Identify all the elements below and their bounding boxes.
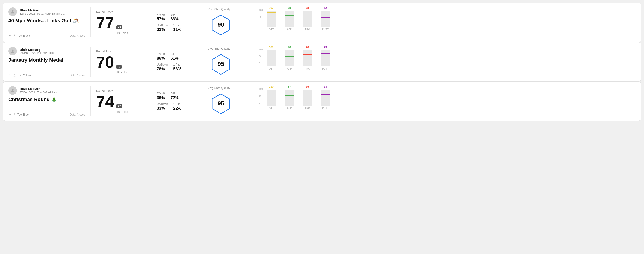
- score-diff-2: -2: [116, 65, 122, 69]
- updown-value-2: 78%: [157, 67, 168, 71]
- round-card-2: Blair McHarg 29 Jan 2022 · Mill Ride GCC…: [3, 42, 641, 82]
- hexagon-container-1: 90: [208, 13, 233, 37]
- quality-label-3: Avg Shot Quality: [208, 86, 230, 90]
- bar-wrapper-ott: [267, 11, 276, 27]
- score-number-2: 70: [96, 54, 114, 70]
- divider-right-1: [203, 7, 203, 37]
- gir-value-3: 72%: [170, 96, 179, 100]
- player-name-3: Blair McHarg: [20, 87, 56, 91]
- one-putt-stat-2: 1 Putt 56%: [173, 63, 181, 71]
- avatar-2: [8, 47, 17, 55]
- bar-value-app: 86: [288, 46, 291, 49]
- quality-chart-container-1: Avg Shot Quality 90 100 50 0: [208, 7, 636, 37]
- one-putt-value-1: 11%: [173, 27, 181, 32]
- chart-section: 100 50 0 101 OTT 86: [257, 48, 636, 75]
- updown-label-3: Up/Down: [157, 103, 168, 106]
- bar-wrapper-app: [285, 11, 294, 27]
- player-meta-2: 29 Jan 2022 · Mill Ride GCC: [20, 52, 54, 55]
- gir-label-3: GIR: [170, 92, 179, 95]
- bar-wrapper-putt: [321, 90, 330, 106]
- stats-row-bottom-2: Up/Down 78% 1 Putt 56%: [157, 63, 197, 71]
- updown-value-3: 33%: [157, 106, 168, 111]
- updown-value-1: 33%: [157, 27, 168, 32]
- player-meta-1: 12 Feb 2022 · Royal North Devon GC: [20, 12, 65, 15]
- score-row-1: 77 +5 18 Holes: [96, 15, 146, 35]
- left-section-3: Blair McHarg 27 Dec 2021 · The Oxfordshi…: [8, 86, 85, 116]
- tee-info-1: Tee: Black: [8, 34, 30, 37]
- bar-value-ott: 110: [269, 85, 274, 88]
- player-name-1: Blair McHarg: [20, 8, 65, 12]
- chart-section: 100 50 0 110 OTT 87: [257, 88, 636, 115]
- one-putt-value-2: 56%: [173, 67, 181, 71]
- score-row-2: 70 -2 18 Holes: [96, 54, 146, 74]
- svg-point-3: [12, 50, 13, 51]
- bar-value-putt: 93: [324, 85, 327, 88]
- bottom-info-3: Tee: Blue Data: Arccos: [8, 113, 85, 116]
- score-holes-2: 18 Holes: [116, 71, 128, 74]
- bar-wrapper-arg: [303, 90, 312, 106]
- player-name-2: Blair McHarg: [20, 48, 54, 52]
- one-putt-stat-1: 1 Putt 11%: [173, 24, 181, 32]
- stats-section-1: FW Hit 57% GIR 83% Up/Down 33% 1 Putt: [157, 7, 197, 37]
- bar-axis-label-ott: OTT: [264, 107, 278, 110]
- weather-icon-1: [8, 34, 12, 37]
- left-section-2: Blair McHarg 29 Jan 2022 · Mill Ride GCC…: [8, 47, 85, 77]
- stats-section-3: FW Hit 36% GIR 72% Up/Down 33% 1 Putt: [157, 86, 197, 116]
- weather-icon-3: [8, 113, 12, 116]
- bar-value-app: 95: [288, 6, 291, 9]
- score-section-3: Round Score 74 +2 18 Holes: [96, 86, 146, 116]
- quality-label-2: Avg Shot Quality: [208, 47, 230, 50]
- bar-wrapper-arg: [303, 11, 312, 27]
- bar-col-putt: 99 PUTT: [319, 46, 332, 70]
- bar-value-arg: 95: [306, 85, 309, 88]
- updown-label-1: Up/Down: [157, 24, 168, 27]
- score-badge-col-1: +5 18 Holes: [116, 25, 128, 35]
- stats-row-top-3: FW Hit 36% GIR 72%: [157, 92, 197, 100]
- fw-hit-stat-3: FW Hit 36%: [157, 92, 165, 100]
- score-section-2: Round Score 70 -2 18 Holes: [96, 47, 146, 77]
- bar-axis-label-arg: ARG: [301, 28, 314, 31]
- player-info-3: Blair McHarg 27 Dec 2021 · The Oxfordshi…: [8, 86, 85, 95]
- round-title-3: Christmas Round 🎄: [8, 97, 85, 103]
- gir-label-2: GIR: [170, 52, 179, 56]
- bar-wrapper-ott: [267, 50, 276, 66]
- data-source-1: Data: Arccos: [70, 34, 85, 37]
- fw-hit-value-3: 36%: [157, 96, 165, 100]
- bar-axis-label-putt: PUTT: [319, 107, 332, 110]
- fw-hit-value-2: 86%: [157, 56, 165, 61]
- tee-info-3: Tee: Blue: [8, 113, 29, 116]
- one-putt-label-3: 1 Putt: [173, 103, 181, 106]
- bar-axis-label-putt: PUTT: [319, 67, 332, 70]
- updown-stat-3: Up/Down 33%: [157, 103, 168, 111]
- round-card-1: Blair McHarg 12 Feb 2022 · Royal North D…: [3, 3, 641, 42]
- bar-axis-label-putt: PUTT: [319, 28, 332, 31]
- score-badge-col-3: +2 18 Holes: [116, 104, 128, 114]
- score-section-1: Round Score 77 +5 18 Holes: [96, 7, 146, 37]
- tee-icon-2: [13, 74, 16, 77]
- fw-hit-value-1: 57%: [157, 17, 165, 21]
- avatar-3: [8, 86, 17, 95]
- stats-row-top-2: FW Hit 86% GIR 61%: [157, 52, 197, 61]
- bar-chart: 107 OTT 95 APP 98: [264, 9, 332, 36]
- svg-point-6: [12, 89, 13, 91]
- score-badge-col-2: -2 18 Holes: [116, 65, 128, 74]
- stats-row-top-1: FW Hit 57% GIR 83%: [157, 13, 197, 21]
- player-info-1: Blair McHarg 12 Feb 2022 · Royal North D…: [8, 7, 85, 16]
- score-row-3: 74 +2 18 Holes: [96, 94, 146, 114]
- score-holes-1: 18 Holes: [116, 31, 128, 35]
- bar-axis-label-ott: OTT: [264, 67, 278, 70]
- quality-chart-container-3: Avg Shot Quality 95 100 50 0: [208, 86, 636, 116]
- bar-axis-label-arg: ARG: [301, 107, 314, 110]
- weather-icon-2: [8, 74, 12, 77]
- round-card-3: Blair McHarg 27 Dec 2021 · The Oxfordshi…: [3, 82, 641, 121]
- bar-wrapper-putt: [321, 50, 330, 66]
- fw-hit-stat-2: FW Hit 86%: [157, 52, 165, 61]
- bar-wrapper-arg: [303, 50, 312, 66]
- gir-stat-1: GIR 83%: [170, 13, 179, 21]
- data-source-3: Data: Arccos: [70, 113, 85, 116]
- stats-row-bottom-1: Up/Down 33% 1 Putt 11%: [157, 24, 197, 32]
- player-meta-3: 27 Dec 2021 · The Oxfordshire: [20, 91, 56, 94]
- bar-axis-label-arg: ARG: [301, 67, 314, 70]
- bar-axis-label-ott: OTT: [264, 28, 278, 31]
- bar-col-app: 87 APP: [283, 85, 296, 110]
